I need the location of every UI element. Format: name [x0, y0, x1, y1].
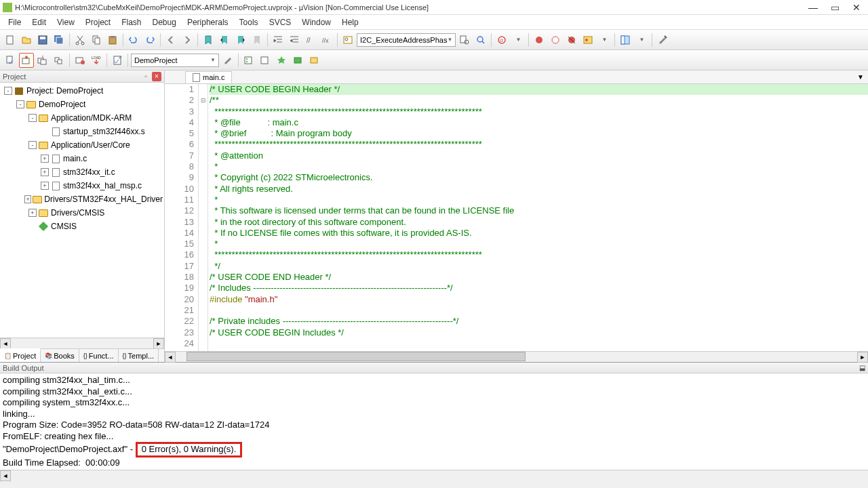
translate-button[interactable]: [3, 53, 18, 68]
find-combo[interactable]: I2C_ExecuteAddressPhas▼: [357, 33, 456, 47]
options-button[interactable]: [220, 53, 235, 68]
cut-button[interactable]: [73, 33, 87, 47]
scroll-left-button[interactable]: ◄: [0, 338, 11, 349]
open-button[interactable]: [19, 33, 34, 47]
panel-tab-templ[interactable]: {}Templ...: [119, 349, 159, 362]
target-options-button[interactable]: [110, 53, 125, 68]
breakpoint-insert-button[interactable]: [532, 33, 547, 47]
comment-button[interactable]: //: [303, 33, 318, 47]
build-output-text[interactable]: compiling stm32f4xx_hal_tim.c...compilin…: [0, 373, 868, 470]
scroll-thumb[interactable]: [186, 352, 526, 361]
panel-pin-button[interactable]: ▫: [141, 72, 151, 81]
find-in-files-button[interactable]: [457, 33, 472, 47]
menu-help[interactable]: Help: [336, 16, 364, 28]
menu-project[interactable]: Project: [80, 16, 116, 28]
bookmark-next-button[interactable]: [233, 33, 248, 47]
panel-tab-books[interactable]: 📚Books: [41, 349, 79, 362]
outdent-button[interactable]: [287, 33, 302, 47]
editor-hscroll[interactable]: ◄ ►: [165, 351, 868, 362]
tree-expander[interactable]: -: [16, 100, 24, 108]
incremental-find-button[interactable]: [473, 33, 488, 47]
tree-expander[interactable]: +: [41, 155, 49, 163]
editor-scroll-left[interactable]: ◄: [165, 352, 176, 363]
breakpoint-disable-button[interactable]: [548, 33, 563, 47]
build-button[interactable]: [19, 53, 34, 68]
breakpoint-kill-button[interactable]: [564, 33, 579, 47]
tree-node[interactable]: +Drivers/CMSIS: [1, 206, 163, 220]
redo-button[interactable]: [142, 33, 157, 47]
menu-view[interactable]: View: [52, 16, 80, 28]
manage-button[interactable]: [241, 53, 256, 68]
tree-node[interactable]: +stm32f4xx_hal_msp.c: [1, 179, 163, 192]
status-scroll-left[interactable]: ◄: [0, 470, 11, 481]
menu-svcs[interactable]: SVCS: [264, 16, 297, 28]
panel-tab-funct[interactable]: {}Funct...: [79, 349, 119, 362]
undo-button[interactable]: [126, 33, 141, 47]
minimize-button[interactable]: —: [808, 3, 818, 12]
panel-tab-project[interactable]: 📋Project: [0, 348, 41, 362]
find-button[interactable]: [340, 33, 355, 47]
tree-hscroll[interactable]: ◄ ►: [0, 338, 164, 348]
nav-forward-button[interactable]: [180, 33, 195, 47]
editor-scroll-right[interactable]: ►: [857, 352, 868, 363]
bookmark-prev-button[interactable]: [217, 33, 232, 47]
tree-node[interactable]: +main.c: [1, 152, 163, 165]
debug-button[interactable]: d: [494, 33, 509, 47]
rebuild-button[interactable]: [35, 53, 50, 68]
tree-node[interactable]: +Drivers/STM32F4xx_HAL_Driver: [1, 192, 163, 206]
menu-tools[interactable]: Tools: [234, 16, 264, 28]
nav-back-button[interactable]: [163, 33, 178, 47]
menu-window[interactable]: Window: [296, 16, 336, 28]
tree-expander[interactable]: -: [4, 87, 12, 95]
file-ext-button[interactable]: [258, 53, 273, 68]
configure-button[interactable]: [655, 33, 670, 47]
breakpoint-dropdown[interactable]: ▼: [597, 33, 612, 47]
target-combo[interactable]: DemoProject▼: [131, 54, 219, 67]
tree-node[interactable]: -DemoProject: [1, 98, 163, 111]
maximize-button[interactable]: ▭: [830, 3, 840, 12]
stop-build-button[interactable]: [73, 53, 87, 68]
paste-button[interactable]: [105, 33, 120, 47]
editor-tab-dropdown[interactable]: ▼: [853, 73, 868, 81]
select-packs-button[interactable]: [290, 53, 305, 68]
build-pin-button[interactable]: ⬓: [859, 364, 865, 371]
bookmark-clear-button[interactable]: [250, 33, 264, 47]
code-content[interactable]: /* USER CODE BEGIN Header *//** ********…: [208, 84, 868, 351]
copy-button[interactable]: [89, 33, 104, 47]
new-file-button[interactable]: [3, 33, 18, 47]
zoom-dropdown[interactable]: ▼: [511, 33, 526, 47]
code-editor[interactable]: 123456789101112131415161718192021222324 …: [165, 84, 868, 351]
window-layout-button[interactable]: [618, 33, 633, 47]
tree-node[interactable]: -Project: DemoProject: [1, 84, 163, 98]
tree-expander[interactable]: +: [24, 195, 31, 203]
tree-expander[interactable]: +: [41, 168, 49, 176]
pack-installer-button[interactable]: [307, 53, 321, 68]
save-button[interactable]: [35, 33, 50, 47]
editor-tab-main[interactable]: main.c: [185, 71, 232, 83]
uncomment-button[interactable]: //x: [319, 33, 334, 47]
save-all-button[interactable]: [52, 33, 66, 47]
tree-node[interactable]: -Application/MDK-ARM: [1, 111, 163, 125]
menu-flash[interactable]: Flash: [116, 16, 146, 28]
menu-peripherals[interactable]: Peripherals: [182, 16, 234, 28]
tree-node[interactable]: CMSIS: [1, 220, 163, 233]
layout-dropdown[interactable]: ▼: [634, 33, 649, 47]
download-button[interactable]: LOAD: [89, 53, 104, 68]
tree-expander[interactable]: +: [28, 209, 37, 217]
tree-node[interactable]: startup_stm32f446xx.s: [1, 125, 163, 138]
close-button[interactable]: ✕: [852, 3, 861, 12]
tree-node[interactable]: +stm32f4xx_it.c: [1, 165, 163, 179]
fold-column[interactable]: ⊟: [199, 84, 208, 351]
project-tree[interactable]: -Project: DemoProject-DemoProject-Applic…: [0, 83, 164, 338]
manage-rte-button[interactable]: [274, 53, 289, 68]
breakpoint-window-button[interactable]: [580, 33, 595, 47]
menu-file[interactable]: File: [3, 16, 26, 28]
tree-node[interactable]: -Application/User/Core: [1, 138, 163, 152]
tree-expander[interactable]: +: [41, 182, 49, 190]
scroll-right-button[interactable]: ►: [153, 338, 164, 349]
indent-button[interactable]: [271, 33, 285, 47]
tree-expander[interactable]: -: [28, 141, 37, 149]
menu-debug[interactable]: Debug: [147, 16, 182, 28]
menu-edit[interactable]: Edit: [26, 16, 52, 28]
panel-close-button[interactable]: ×: [152, 72, 161, 81]
